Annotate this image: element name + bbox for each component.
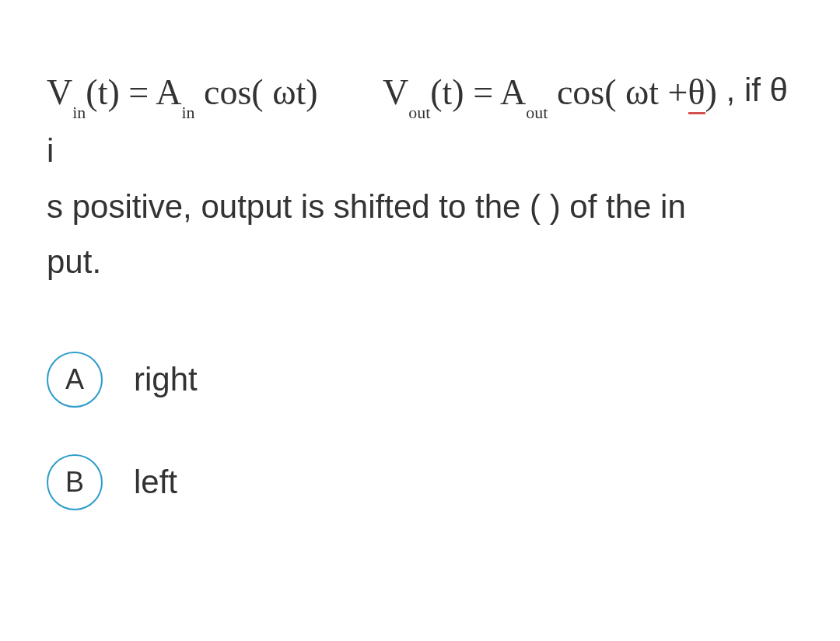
- option-a[interactable]: A right: [47, 352, 793, 408]
- question-text: Vin(t) = Ain cos( ωt) Vout(t) = Aout cos…: [47, 62, 793, 289]
- question-tail-3: put.: [47, 243, 101, 280]
- option-label-a: right: [134, 361, 198, 398]
- theta-highlight: θ: [688, 72, 705, 114]
- question-tail-2: s positive, output is shifted to the ( )…: [47, 188, 686, 225]
- option-b[interactable]: B left: [47, 454, 793, 510]
- formula-vout: Vout(t) = Aout cos( ωt +θ): [383, 62, 717, 123]
- formula-vin: Vin(t) = Ain cos( ωt): [47, 62, 318, 123]
- option-letter-b: B: [47, 454, 103, 510]
- options-list: A right B left: [47, 352, 793, 510]
- option-label-b: left: [134, 464, 177, 501]
- option-letter-a: A: [47, 352, 103, 408]
